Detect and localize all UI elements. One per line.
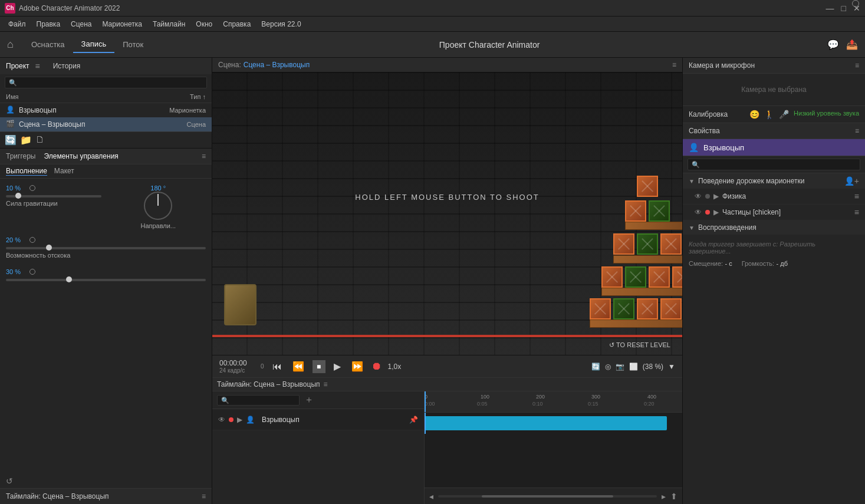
home-button[interactable]: ⌂ (7, 38, 14, 51)
timeline-zoom-out-icon[interactable]: ◂ (429, 492, 433, 501)
menu-window[interactable]: Окно (191, 18, 217, 30)
particles-arrow[interactable]: ▶ (713, 208, 719, 216)
tab-stream[interactable]: Поток (114, 37, 152, 52)
particles-eye-icon[interactable]: 👁 (695, 208, 702, 216)
history-tab[interactable]: История (53, 62, 81, 70)
triggers-tab[interactable]: Триггеры (6, 152, 36, 160)
menu-timeline[interactable]: Таймлайн (148, 18, 190, 30)
bounce-track[interactable] (6, 247, 206, 249)
project-row-puppet[interactable]: 👤 Взрывоцып Марионетка (0, 103, 212, 117)
refresh-icon[interactable]: ↺ (0, 474, 212, 488)
elements-tab[interactable]: Элементы управления (44, 152, 119, 160)
menu-file[interactable]: Файл (4, 18, 31, 30)
step-back-button[interactable]: ⏪ (290, 360, 307, 373)
timeline-zoom-in-icon[interactable]: ▸ (662, 492, 666, 501)
bounce-thumb[interactable] (46, 245, 52, 251)
speed-control[interactable]: 1,0x (388, 363, 402, 371)
overlay-icon[interactable]: ◎ (605, 363, 611, 371)
menu-edit[interactable]: Правка (32, 18, 65, 30)
menu-scene[interactable]: Сцена (66, 18, 96, 30)
export-icon[interactable]: 📷 (616, 363, 624, 371)
timecode[interactable]: 00:00:00 (219, 359, 255, 367)
track-behavior-header[interactable]: ▼ Поведение дорожек марионетки 👤+ (683, 173, 865, 189)
block-12 (660, 233, 682, 255)
physics-arrow[interactable]: ▶ (713, 192, 719, 200)
playhead[interactable] (425, 413, 426, 434)
cam-mic-header: Камера и микрофон ≡ (683, 58, 865, 74)
menu-puppet[interactable]: Марионетка (97, 18, 146, 30)
playback-params: Смещение: - с Громкость: - дб (689, 259, 859, 268)
exec-tab[interactable]: Выполнение (6, 167, 47, 176)
project-menu-icon[interactable]: ≡ (35, 61, 40, 71)
gravity-row: 10 % Сила гравитации 180 ° (6, 185, 206, 232)
gravity-thumb[interactable] (15, 193, 21, 199)
track-eye-icon[interactable]: 👁 (218, 416, 225, 424)
new-folder-icon[interactable]: 🔄 (5, 134, 17, 146)
scene-menu-icon[interactable]: ≡ (672, 61, 676, 69)
delete-icon[interactable]: 🗋 (35, 134, 45, 146)
layout-tab[interactable]: Макет (54, 167, 74, 176)
step-forward-button[interactable]: ⏩ (349, 360, 366, 373)
maximize-button[interactable]: □ (841, 4, 846, 13)
timeline-menu-icon[interactable]: ≡ (202, 492, 206, 500)
physics-eye-icon[interactable]: 👁 (695, 192, 702, 200)
physics-dot[interactable] (705, 194, 710, 199)
body-icon[interactable]: 🚶 (764, 110, 774, 119)
goto-start-button[interactable]: ⏮ (270, 360, 284, 373)
fullscreen-icon[interactable]: ⬜ (629, 363, 638, 371)
timeline-scroll-thumb[interactable] (482, 495, 613, 498)
project-row-scene[interactable]: 🎬 Сцена – Взрывоцып Сцена (0, 117, 212, 131)
particles-menu-icon[interactable]: ≡ (854, 207, 859, 217)
project-search-input[interactable] (5, 77, 207, 88)
timeline-search-input[interactable] (217, 395, 300, 406)
tab-rig[interactable]: Оснастка (23, 37, 73, 52)
timeline-settings-icon[interactable]: ⬆ (670, 492, 677, 501)
slider3-track[interactable] (6, 279, 206, 281)
controls-menu-icon[interactable]: ≡ (202, 152, 206, 160)
ruler-300: 300 (591, 394, 600, 400)
particles-dot[interactable] (705, 210, 710, 215)
props-menu-icon[interactable]: ≡ (855, 127, 859, 135)
timeline-top-menu[interactable]: ≡ (324, 380, 328, 388)
play-button[interactable]: ▶ (331, 360, 343, 373)
zoom-level[interactable]: (38 %) (643, 363, 663, 371)
titlebar: Ch Adobe Character Animator 2022 — □ ✕ (0, 0, 865, 17)
direction-dial[interactable] (144, 192, 172, 220)
slider3-thumb[interactable] (66, 276, 72, 282)
calibration-button[interactable]: Калибровка (689, 110, 728, 118)
timeline-add-button[interactable]: ＋ (304, 394, 314, 406)
playback-section-header[interactable]: ▼ Воспроизведения (683, 220, 865, 235)
menu-version[interactable]: Версия 22.0 (256, 18, 305, 30)
minimize-button[interactable]: — (826, 4, 834, 13)
zoom-dropdown-icon[interactable]: ▼ (668, 363, 675, 371)
track-behavior-add-icon[interactable]: 👤+ (844, 176, 859, 186)
gravity-track[interactable] (6, 195, 101, 197)
cam-mic-menu-icon[interactable]: ≡ (855, 61, 859, 70)
project-toolbar: 🔄 📁 🗋 (0, 131, 212, 148)
chat-icon[interactable]: 💬 (827, 39, 839, 50)
mic-icon[interactable]: 🎤 (779, 110, 789, 119)
playback-right: 🔄 ◎ 📷 ⬜ (38 %) ▼ (591, 363, 675, 371)
menu-help[interactable]: Справка (218, 18, 255, 30)
physics-menu-icon[interactable]: ≡ (854, 192, 859, 201)
face-icon[interactable]: 😊 (749, 110, 759, 119)
share-icon[interactable]: 📤 (846, 39, 858, 50)
timeline-clip-bar[interactable] (425, 416, 667, 430)
track-pin-icon[interactable]: 📌 (409, 416, 418, 424)
props-puppet-name: Взрывоцып (703, 143, 744, 152)
timeline-scroll-track[interactable] (438, 495, 657, 498)
scene-link[interactable]: Сцена – Взрывоцып (244, 61, 310, 69)
track-expand-icon[interactable]: ▶ (237, 416, 242, 424)
loop-icon[interactable]: 🔄 (591, 363, 600, 371)
tab-record[interactable]: Запись (73, 36, 115, 53)
new-item-icon[interactable]: 📁 (20, 134, 32, 146)
record-button[interactable]: ⏺ (371, 360, 382, 373)
timecode-area: 00:00:00 24 кадр/с (219, 359, 255, 374)
project-tab[interactable]: Проект (6, 62, 29, 70)
props-search-input[interactable] (688, 159, 860, 170)
track-record-dot[interactable] (229, 417, 233, 422)
props-puppet-row[interactable]: 👤 Взрывоцып (683, 139, 865, 156)
stop-button[interactable]: ■ (313, 360, 325, 373)
game-scene: HOLD LEFT MOUSE BUTTON TO SHOOT (212, 73, 682, 355)
viewport: HOLD LEFT MOUSE BUTTON TO SHOOT (212, 73, 682, 355)
